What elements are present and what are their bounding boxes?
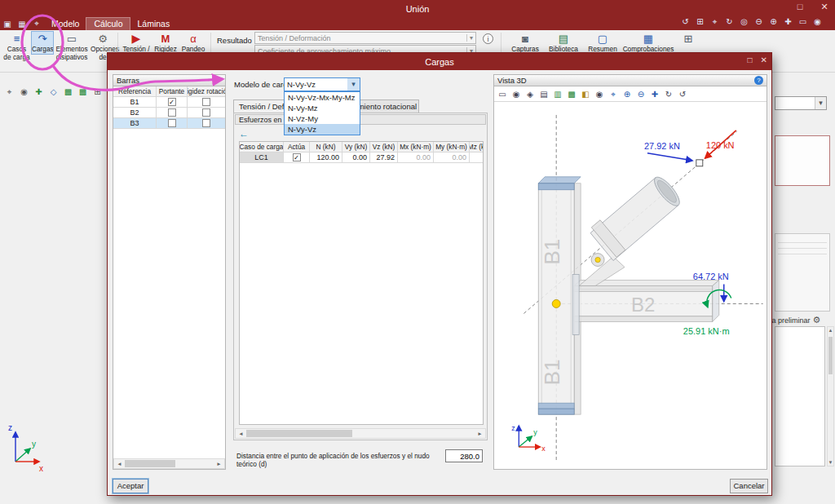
full-view-icon[interactable]: ◎ — [738, 17, 750, 29]
option-item[interactable]: N-Vz-My — [285, 113, 360, 124]
captures-button[interactable]: ◙ Capturas — [507, 32, 543, 54]
add-icon[interactable]: ✚ — [33, 86, 45, 99]
option-item-highlighted[interactable]: N-Vy-Vz — [285, 124, 360, 135]
scrollbar-thumb[interactable] — [125, 460, 175, 467]
calculate-button[interactable]: ▶ Tensión / — [122, 32, 150, 54]
info-icon[interactable]: i — [483, 33, 493, 44]
portante-checkbox[interactable] — [168, 119, 176, 127]
zoom-target-icon[interactable]: ⌖ — [607, 88, 620, 101]
grid-icon[interactable]: ⊞ — [91, 86, 104, 99]
bolts-icon[interactable]: ◉ — [593, 88, 606, 101]
scroll-left-icon[interactable]: ◄ — [114, 459, 125, 468]
forces-table-button[interactable]: ⊞ — [678, 32, 698, 46]
portante-checkbox[interactable] — [168, 108, 176, 117]
dialog-close-icon[interactable]: ✕ — [761, 55, 767, 64]
load-case-row[interactable]: LC1 ✓ 120.00 0.00 27.92 0.00 0.00 — [240, 153, 483, 163]
diamond-icon[interactable]: ◇ — [47, 86, 60, 99]
load-model-value: N-Vy-Vz — [287, 80, 316, 89]
dialog-maximize-icon[interactable]: □ — [748, 55, 753, 64]
scrollbar-thumb[interactable] — [828, 337, 833, 374]
load-model-dropdown[interactable]: N-Vy-Vz ▾ — [284, 77, 360, 91]
table-row[interactable]: B2 — [113, 108, 225, 118]
option-item[interactable]: N-Vy-Mz — [285, 103, 360, 113]
distance-input[interactable] — [445, 449, 483, 462]
mesh-icon[interactable]: ▩ — [77, 86, 89, 99]
table-row[interactable]: B1 ✓ — [113, 97, 225, 108]
close-icon[interactable]: ✕ — [817, 2, 832, 12]
pan-icon[interactable]: ✚ — [782, 17, 794, 29]
accept-button[interactable]: Aceptar — [113, 479, 148, 493]
table-row-selected[interactable]: B3 — [113, 118, 225, 129]
z-axis-label: z — [8, 423, 12, 432]
load-application-point[interactable] — [696, 160, 703, 166]
portante-checkbox[interactable]: ✓ — [168, 98, 176, 106]
rotate-icon[interactable]: ↻ — [662, 88, 675, 101]
pan-icon[interactable]: ✚ — [648, 88, 661, 101]
scroll-up-icon[interactable]: ▲ — [828, 328, 833, 333]
zoom-in-icon[interactable]: ⊕ — [767, 17, 780, 29]
rigidez-checkbox[interactable] — [202, 119, 210, 127]
plates-icon[interactable]: ▥ — [551, 88, 564, 101]
result-type-dropdown[interactable]: Tensión / Deformación ▾ — [254, 32, 476, 44]
dialog-titlebar[interactable]: Cargas — [108, 53, 771, 70]
help-icon[interactable]: ? — [754, 76, 763, 85]
rigidez-checkbox[interactable] — [202, 98, 210, 106]
rotate-left-icon[interactable]: ↺ — [679, 17, 691, 29]
option-item[interactable]: N-Vy-Vz-Mx-My-Mz — [285, 92, 360, 103]
scrollbar-thumb[interactable] — [246, 430, 352, 437]
cancel-button[interactable]: Cancelar — [730, 479, 768, 493]
theoretical-node[interactable] — [552, 299, 560, 307]
rotate-back-icon[interactable]: ↺ — [676, 88, 689, 101]
scroll-right-icon[interactable]: ► — [475, 429, 485, 438]
rigidez-checkbox[interactable] — [202, 108, 210, 117]
loads-table-header: Caso de carga Actúa N (kN) Vy (kN) Vz (k… — [240, 142, 483, 153]
solid-view-icon[interactable]: ◈ — [524, 88, 537, 101]
loads-button[interactable]: ↷ Cargas — [32, 32, 53, 54]
eye-icon[interactable]: ◉ — [811, 17, 824, 29]
save-icon[interactable]: ▣ — [0, 20, 15, 29]
tab-modelo[interactable]: Modelo — [44, 18, 86, 30]
isometric-icon[interactable]: ▭ — [496, 88, 509, 101]
eye-icon[interactable]: ◉ — [510, 88, 523, 101]
checks-button[interactable]: ▦ Comprobaciones — [621, 32, 675, 54]
section-icon[interactable]: ▤ — [537, 88, 550, 101]
scroll-down-icon[interactable]: ▼ — [828, 460, 833, 465]
load-cases-button[interactable]: ≡ Casos de carga — [3, 32, 30, 61]
scroll-right-icon[interactable]: ► — [214, 459, 224, 468]
search-icon[interactable]: ⌖ — [29, 19, 44, 29]
horizontal-scrollbar[interactable]: ◄ ► — [113, 458, 225, 469]
tab-laminas[interactable]: Láminas — [130, 18, 177, 30]
stiffness-button[interactable]: M Rigidez — [153, 32, 178, 54]
welds-icon[interactable]: ◧ — [579, 88, 592, 101]
actua-checkbox[interactable]: ✓ — [293, 153, 301, 161]
mesh-icon[interactable]: ▩ — [62, 86, 74, 99]
vertical-scrollbar[interactable]: ▲ ▼ — [827, 326, 834, 466]
frame-icon[interactable]: ▭ — [797, 17, 809, 29]
window-zoom-icon[interactable]: ⊞ — [694, 17, 706, 29]
target-icon[interactable]: ⌖ — [3, 86, 15, 99]
diagonal-member[interactable] — [579, 174, 683, 286]
zoom-in-icon[interactable]: ⊕ — [621, 88, 634, 101]
tab-calculo[interactable]: Cálculo — [86, 18, 130, 30]
chevron-down-icon: ▾ — [466, 34, 473, 42]
print-preview-control[interactable]: ta preliminar ⚙ — [770, 315, 832, 325]
eye-icon[interactable]: ◉ — [18, 86, 30, 99]
horizontal-scrollbar[interactable]: ◄ ► — [235, 428, 486, 439]
buckling-button[interactable]: α Pandeo — [181, 32, 205, 54]
back-arrow-icon[interactable]: ← — [239, 128, 249, 139]
library-button[interactable]: ▤ Biblioteca — [545, 32, 582, 54]
zoom-out-icon[interactable]: ⊖ — [753, 17, 765, 29]
library-icon[interactable]: ▦ — [15, 20, 29, 29]
zoom-out-icon[interactable]: ⊖ — [634, 88, 647, 101]
zoom-target-icon[interactable]: ⌖ — [709, 17, 721, 29]
gear-icon[interactable]: ⚙ — [813, 315, 821, 325]
mesh-icon[interactable]: ▩ — [565, 88, 578, 101]
dissipative-elements-button[interactable]: ▭ Elementos disipativos — [55, 32, 89, 61]
column-header: Mx (kN·m) — [398, 142, 434, 153]
summary-button[interactable]: ▢ Resumen — [585, 32, 620, 54]
rotate-right-icon[interactable]: ↻ — [723, 17, 736, 29]
maximize-icon[interactable]: □ — [793, 2, 807, 12]
scroll-left-icon[interactable]: ◄ — [236, 429, 246, 438]
viewport-3d[interactable]: B1 B1 B2 — [494, 101, 767, 469]
background-dropdown[interactable]: ▾ — [775, 96, 827, 110]
